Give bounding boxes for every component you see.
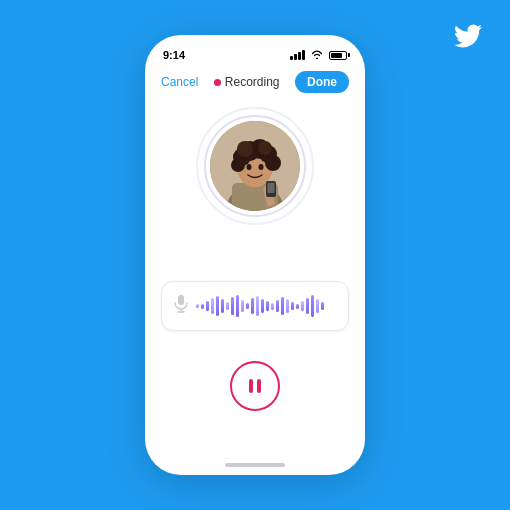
svg-point-13 <box>258 141 272 155</box>
twitter-logo <box>454 22 482 57</box>
wave-bar <box>281 297 284 315</box>
battery-icon <box>329 51 347 60</box>
wave-bar <box>311 295 314 317</box>
svg-rect-19 <box>178 295 184 305</box>
wave-bar <box>221 299 224 313</box>
waveform-container <box>161 281 349 331</box>
wave-bar <box>216 296 219 316</box>
wave-bar <box>256 296 259 316</box>
wave-bar <box>241 300 244 312</box>
waveform <box>196 292 336 320</box>
status-icons <box>290 49 347 61</box>
pause-icon <box>249 379 261 393</box>
mic-icon <box>174 295 188 317</box>
wave-bar <box>301 301 304 311</box>
wave-bar <box>231 297 234 315</box>
signal-icon <box>290 50 305 60</box>
svg-point-12 <box>237 141 253 157</box>
avatar <box>210 121 300 211</box>
profile-area <box>145 101 365 221</box>
recording-label: Recording <box>225 75 280 89</box>
svg-point-11 <box>231 158 245 172</box>
wave-bar <box>321 302 324 310</box>
wave-bar <box>306 298 309 314</box>
recording-top-bar: Cancel Recording Done <box>145 67 365 101</box>
recording-dot <box>214 79 221 86</box>
wave-bar <box>206 301 209 311</box>
status-bar: 9:14 <box>145 35 365 67</box>
wave-bar <box>296 304 299 309</box>
wave-bar <box>196 304 199 308</box>
pause-button[interactable] <box>230 361 280 411</box>
wave-bar <box>261 299 264 313</box>
svg-rect-18 <box>268 183 275 193</box>
svg-point-14 <box>247 164 252 170</box>
pause-bar-right <box>257 379 261 393</box>
wifi-icon <box>311 49 323 61</box>
wave-bar <box>316 299 319 313</box>
svg-point-10 <box>265 155 281 171</box>
wave-bar <box>271 303 274 310</box>
wave-bar <box>211 298 214 314</box>
wave-bar <box>236 295 239 317</box>
wave-bar <box>226 302 229 310</box>
pause-button-container <box>145 361 365 411</box>
svg-point-15 <box>259 164 264 170</box>
cancel-button[interactable]: Cancel <box>161 75 198 89</box>
wave-bar <box>276 300 279 312</box>
wave-bar <box>291 302 294 310</box>
wave-bar <box>251 298 254 314</box>
wave-bar <box>286 299 289 313</box>
status-time: 9:14 <box>163 49 185 61</box>
wave-bar <box>266 301 269 311</box>
phone-frame: 9:14 Cancel Recordin <box>145 35 365 475</box>
home-indicator <box>225 463 285 467</box>
wave-bar <box>201 304 204 309</box>
pause-bar-left <box>249 379 253 393</box>
recording-indicator: Recording <box>214 75 280 89</box>
avatar-container <box>210 121 300 211</box>
done-button[interactable]: Done <box>295 71 349 93</box>
avatar-image <box>210 121 300 211</box>
wave-bar <box>246 303 249 309</box>
